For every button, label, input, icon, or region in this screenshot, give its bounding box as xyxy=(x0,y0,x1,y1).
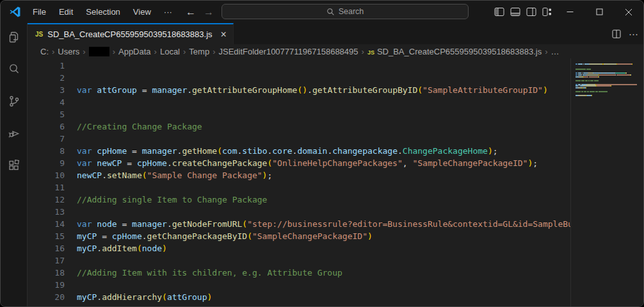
breadcrumb: C:›Users››AppData›Local›Temp›JSEditFolde… xyxy=(28,44,643,58)
menu-bar: File Edit Selection View ··· xyxy=(26,1,179,23)
code-text: //Adding single Item to Change Package xyxy=(65,194,570,206)
line-number: 4 xyxy=(28,96,65,108)
line-number: 18 xyxy=(28,267,65,279)
line-number: 13 xyxy=(28,206,65,218)
js-file-icon: JS xyxy=(35,31,43,38)
vscode-logo-icon xyxy=(9,6,21,18)
line-number: 2 xyxy=(28,72,65,84)
minimize-icon xyxy=(567,8,574,15)
code-line: 14var node = manager.getNodeFromURL("ste… xyxy=(28,218,570,230)
menu-edit[interactable]: Edit xyxy=(52,1,79,23)
line-number: 17 xyxy=(28,254,65,267)
run-and-debug-icon[interactable] xyxy=(6,126,22,141)
toggle-primary-sidebar-icon[interactable] xyxy=(494,7,504,17)
line-number: 3 xyxy=(28,84,65,96)
title-bar: File Edit Selection View ··· ← → Search xyxy=(1,1,643,23)
code-text xyxy=(65,60,570,72)
toggle-panel-icon[interactable] xyxy=(510,7,520,17)
code-line: 20myCP.addHierarchy(attGroup) xyxy=(28,291,570,303)
minimap-line xyxy=(576,87,643,88)
maximize-button[interactable] xyxy=(584,1,614,23)
menu-selection[interactable]: Selection xyxy=(79,1,126,23)
breadcrumb-separator-icon: › xyxy=(154,47,157,56)
code-line: 5 xyxy=(28,108,570,120)
maximize-icon xyxy=(596,8,603,15)
editor-pane[interactable]: 123var attGroup = manager.getAttributeGr… xyxy=(28,58,643,306)
close-button[interactable] xyxy=(614,1,643,23)
close-icon xyxy=(625,8,632,16)
line-number: 16 xyxy=(28,242,65,254)
breadcrumb-separator-icon: › xyxy=(213,47,215,56)
code-text xyxy=(65,181,570,194)
breadcrumb-separator-icon: › xyxy=(183,47,186,56)
vscode-window: File Edit Selection View ··· ← → Search xyxy=(0,0,644,307)
line-number: 9 xyxy=(28,157,65,169)
breadcrumb-item[interactable]: AppData xyxy=(118,47,151,56)
breadcrumb-item[interactable]: … xyxy=(551,47,559,56)
breadcrumb-item[interactable] xyxy=(89,46,109,56)
tab-filename: SD_BA_CreateCP6559595039518683883.js xyxy=(47,29,212,39)
code-text: var attGroup = manager.getAttributeGroup… xyxy=(65,84,570,96)
redacted-username xyxy=(89,47,109,56)
line-number: 19 xyxy=(28,279,65,291)
line-number: 15 xyxy=(28,230,65,242)
code-line: 9var newCP = cpHome.createChangePackage(… xyxy=(28,157,570,169)
minimap-line xyxy=(576,74,643,76)
breadcrumb-separator-icon: › xyxy=(362,47,364,56)
back-arrow-icon[interactable]: ← xyxy=(182,1,199,23)
explorer-icon[interactable] xyxy=(6,29,22,45)
line-number: 5 xyxy=(28,108,65,120)
minimap-line xyxy=(576,63,643,65)
code-line: 11 xyxy=(28,181,570,194)
search-sidebar-icon[interactable] xyxy=(6,62,22,77)
minimap[interactable] xyxy=(570,58,643,306)
layout-controls xyxy=(494,1,552,23)
code-text xyxy=(65,108,570,120)
source-control-icon[interactable] xyxy=(6,94,22,109)
toggle-secondary-sidebar-icon[interactable] xyxy=(526,7,536,17)
minimap-line xyxy=(576,95,643,96)
line-number: 7 xyxy=(28,133,65,145)
breadcrumb-item[interactable]: Temp xyxy=(189,47,209,56)
menu-file[interactable]: File xyxy=(26,1,52,23)
minimap-line xyxy=(576,82,643,83)
minimize-button[interactable] xyxy=(555,1,584,23)
split-editor-icon[interactable] xyxy=(612,29,621,38)
customize-layout-icon[interactable] xyxy=(542,7,552,17)
menu-view[interactable]: View xyxy=(127,1,157,23)
code-line: 6//Creating Change Package xyxy=(28,120,570,133)
breadcrumb-item[interactable]: Local xyxy=(160,47,180,56)
tab-close-icon[interactable]: × xyxy=(221,29,227,40)
forward-arrow-icon[interactable]: → xyxy=(200,1,217,23)
code-text: newCP.setName("Sample Change Package"); xyxy=(65,169,570,181)
more-actions-icon[interactable]: ··· xyxy=(629,28,638,39)
code-area[interactable]: 123var attGroup = manager.getAttributeGr… xyxy=(28,58,570,306)
minimap-line xyxy=(576,71,643,72)
search-box[interactable]: Search xyxy=(221,4,469,19)
line-number: 8 xyxy=(28,145,65,157)
code-line: 4 xyxy=(28,96,570,108)
code-text xyxy=(65,303,570,306)
breadcrumb-item[interactable]: JSSD_BA_CreateCP6559595039518683883.js xyxy=(367,47,542,56)
minimap-line xyxy=(576,97,643,98)
code-line: 21 xyxy=(28,303,570,306)
line-number: 10 xyxy=(28,169,65,181)
breadcrumb-item[interactable]: C: xyxy=(40,47,49,56)
line-number: 12 xyxy=(28,194,65,206)
minimap-line xyxy=(576,93,643,94)
breadcrumb-separator-icon: › xyxy=(83,47,85,56)
minimap-line xyxy=(576,65,643,67)
tab-active-file[interactable]: JS SD_BA_CreateCP6559595039518683883.js … xyxy=(28,23,234,44)
code-line: 10newCP.setName("Sample Change Package")… xyxy=(28,169,570,181)
code-text: //Creating Change Package xyxy=(65,120,570,133)
menu-more[interactable]: ··· xyxy=(157,1,179,23)
code-text: //Adding Item with its children, e.g. At… xyxy=(65,267,570,279)
extensions-icon[interactable] xyxy=(6,158,22,173)
code-line: 1 xyxy=(28,60,570,72)
code-text xyxy=(65,206,570,218)
breadcrumb-item[interactable]: JSEditFolder10077711967158688495 xyxy=(218,47,358,56)
minimap-line xyxy=(576,85,643,87)
search-icon xyxy=(326,8,335,16)
code-line: 19 xyxy=(28,279,570,291)
breadcrumb-item[interactable]: Users xyxy=(58,47,79,56)
